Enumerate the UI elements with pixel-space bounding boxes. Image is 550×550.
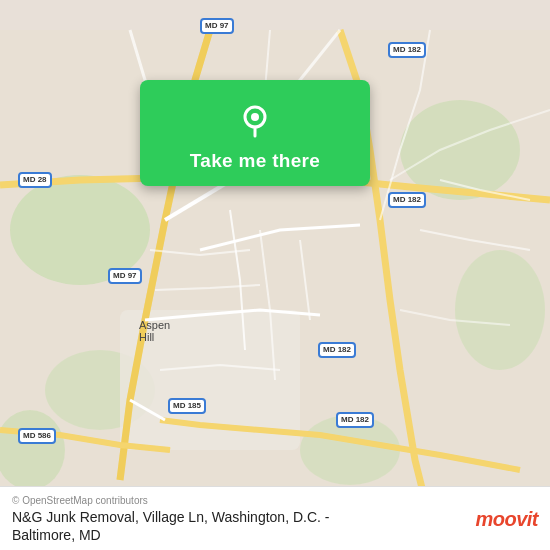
md185-badge: MD 185 [168,398,206,414]
md97-mid-badge: MD 97 [108,268,142,284]
md182-mid-badge: MD 182 [388,192,426,208]
take-me-there-button[interactable]: Take me there [190,150,320,172]
bottom-bar: © OpenStreetMap contributors N&G Junk Re… [0,486,550,550]
osm-credit: © OpenStreetMap contributors [12,495,392,506]
svg-point-10 [251,113,259,121]
md182-top-badge: MD 182 [388,42,426,58]
location-card[interactable]: Take me there [140,80,370,186]
bottom-left: © OpenStreetMap contributors N&G Junk Re… [12,495,392,544]
aspen-hill-label: AspenHill [136,318,173,344]
map-container: MD 97 MD 182 MD 28 MD 28 MD 182 MD 97 MD… [0,0,550,550]
md182-bottom-badge: MD 182 [336,412,374,428]
location-title: N&G Junk Removal, Village Ln, Washington… [12,508,392,544]
md182-lower-badge: MD 182 [318,342,356,358]
svg-point-3 [455,250,545,370]
moovit-logo: moovit [475,508,538,531]
md586-badge: MD 586 [18,428,56,444]
md28-left-badge: MD 28 [18,172,52,188]
md97-top-badge: MD 97 [200,18,234,34]
moovit-text: moovit [475,508,538,531]
location-pin-icon [234,98,276,140]
